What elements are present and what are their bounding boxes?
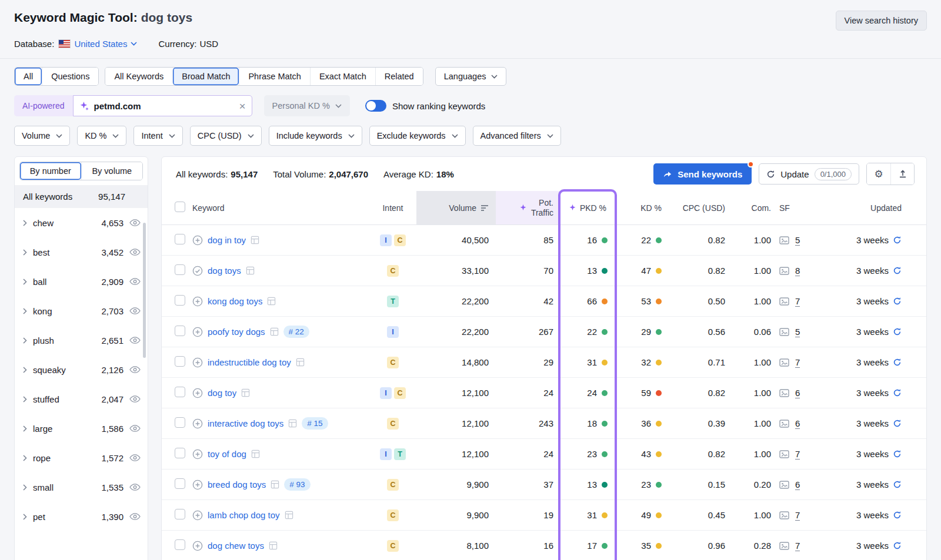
- update-button[interactable]: Update 0/1,000: [759, 163, 859, 185]
- eye-icon[interactable]: [129, 366, 141, 373]
- add-keyword-icon[interactable]: [192, 449, 203, 460]
- keyword-link[interactable]: lamb chop dog toy: [208, 510, 280, 520]
- database-dropdown[interactable]: United States: [74, 39, 137, 49]
- row-checkbox[interactable]: [175, 448, 185, 458]
- chevron-right-icon[interactable]: [23, 279, 27, 285]
- sf-value[interactable]: 6: [795, 418, 800, 429]
- add-keyword-icon[interactable]: [192, 388, 203, 398]
- sf-value[interactable]: 7: [795, 541, 800, 551]
- chevron-right-icon[interactable]: [23, 337, 27, 344]
- sidebar-group-row[interactable]: chew 4,653: [15, 208, 148, 237]
- serp-snapshot-icon[interactable]: [779, 389, 789, 397]
- row-checkbox[interactable]: [175, 234, 185, 244]
- sidebar-group-row[interactable]: rope 1,572: [15, 443, 148, 472]
- row-checkbox[interactable]: [175, 264, 185, 275]
- cpc-filter[interactable]: CPC (USD): [190, 126, 262, 146]
- refresh-icon[interactable]: [893, 541, 902, 550]
- sidebar-all-keywords[interactable]: All keywords 95,147: [15, 185, 148, 208]
- tab-questions[interactable]: Questions: [42, 68, 98, 85]
- show-ranking-keywords-toggle[interactable]: [365, 100, 386, 112]
- serp-layout-icon[interactable]: [271, 480, 279, 489]
- serp-layout-icon[interactable]: [251, 450, 260, 458]
- serp-snapshot-icon[interactable]: [779, 267, 789, 275]
- refresh-icon[interactable]: [893, 297, 902, 306]
- intent-filter[interactable]: Intent: [134, 126, 182, 146]
- send-keywords-button[interactable]: Send keywords: [653, 163, 752, 185]
- refresh-icon[interactable]: [893, 511, 902, 519]
- sidebar-group-row[interactable]: plush 2,651: [15, 326, 148, 355]
- settings-button[interactable]: ⚙: [867, 163, 890, 185]
- serp-snapshot-icon[interactable]: [779, 297, 789, 306]
- sidebar-group-row[interactable]: stuffed 2,047: [15, 384, 148, 414]
- serp-snapshot-icon[interactable]: [779, 542, 789, 550]
- exclude-keywords-filter[interactable]: Exclude keywords: [369, 126, 466, 146]
- chevron-right-icon[interactable]: [23, 220, 27, 226]
- serp-layout-icon[interactable]: [269, 541, 278, 550]
- select-all-checkbox[interactable]: [175, 202, 185, 212]
- sf-value[interactable]: 7: [795, 510, 800, 521]
- refresh-icon[interactable]: [893, 388, 902, 397]
- row-checkbox[interactable]: [175, 417, 185, 428]
- row-checkbox[interactable]: [175, 509, 185, 519]
- serp-layout-icon[interactable]: [246, 266, 255, 275]
- serp-layout-icon[interactable]: [267, 297, 276, 306]
- updated-column-header[interactable]: Updated: [824, 203, 912, 213]
- volume-column-header[interactable]: Volume: [416, 191, 496, 224]
- sidebar-group-row[interactable]: best 3,452: [15, 237, 148, 267]
- serp-snapshot-icon[interactable]: [779, 358, 789, 367]
- keyword-link[interactable]: poofy toy dogs: [208, 327, 265, 337]
- serp-snapshot-icon[interactable]: [779, 450, 789, 458]
- refresh-icon[interactable]: [893, 236, 902, 244]
- keyword-link[interactable]: dog toys: [208, 266, 241, 276]
- ai-domain-input[interactable]: [94, 101, 235, 111]
- sidebar-group-row[interactable]: small 1,535: [15, 472, 148, 502]
- row-checkbox[interactable]: [175, 387, 185, 397]
- sidebar-group-row[interactable]: pet 1,390: [15, 502, 148, 531]
- keyword-link[interactable]: breed dog toys: [208, 479, 266, 489]
- chevron-right-icon[interactable]: [23, 425, 27, 432]
- sf-value[interactable]: 8: [795, 266, 800, 276]
- tab-broad-match[interactable]: Broad Match: [172, 68, 239, 85]
- advanced-filters[interactable]: Advanced filters: [473, 126, 561, 146]
- serp-layout-icon[interactable]: [285, 511, 293, 519]
- intent-column-header[interactable]: Intent: [369, 203, 416, 213]
- clear-input-icon[interactable]: ×: [239, 100, 245, 112]
- tab-phrase-match[interactable]: Phrase Match: [239, 68, 309, 85]
- serp-layout-icon[interactable]: [251, 236, 259, 244]
- sf-value[interactable]: 7: [795, 357, 800, 368]
- kd-column-header[interactable]: KD %: [615, 203, 669, 213]
- sf-value[interactable]: 7: [795, 296, 800, 307]
- serp-layout-icon[interactable]: [288, 419, 297, 428]
- refresh-icon[interactable]: [893, 450, 902, 458]
- eye-icon[interactable]: [129, 249, 141, 256]
- volume-filter[interactable]: Volume: [14, 126, 70, 146]
- add-keyword-icon[interactable]: [192, 418, 203, 429]
- languages-dropdown[interactable]: Languages: [435, 67, 507, 86]
- serp-layout-icon[interactable]: [241, 388, 250, 397]
- chevron-right-icon[interactable]: [23, 308, 27, 314]
- tab-exact-match[interactable]: Exact Match: [310, 68, 375, 85]
- add-keyword-icon[interactable]: [192, 235, 203, 246]
- com-column-header[interactable]: Com.: [732, 203, 778, 213]
- refresh-icon[interactable]: [893, 358, 902, 367]
- chevron-right-icon[interactable]: [23, 514, 27, 520]
- add-keyword-icon[interactable]: [192, 327, 203, 337]
- sidebar-group-row[interactable]: large 1,586: [15, 414, 148, 443]
- row-checkbox[interactable]: [175, 478, 185, 489]
- keyword-link[interactable]: interactive dog toys: [208, 418, 283, 428]
- pot-traffic-column-header[interactable]: Pot.Traffic: [496, 191, 560, 224]
- eye-icon[interactable]: [129, 395, 141, 403]
- add-keyword-icon[interactable]: [192, 357, 203, 368]
- pkd-column-header[interactable]: PKD %: [560, 203, 615, 213]
- add-keyword-icon[interactable]: [192, 479, 203, 490]
- serp-snapshot-icon[interactable]: [779, 420, 789, 428]
- sf-value[interactable]: 6: [795, 388, 800, 398]
- export-button[interactable]: [890, 163, 914, 185]
- refresh-icon[interactable]: [893, 419, 902, 428]
- eye-icon[interactable]: [129, 278, 141, 285]
- sidebar-group-row[interactable]: kong 2,703: [15, 296, 148, 326]
- eye-icon[interactable]: [129, 513, 141, 520]
- row-checkbox[interactable]: [175, 356, 185, 367]
- keyword-link[interactable]: indestructible dog toy: [208, 357, 291, 367]
- eye-icon[interactable]: [129, 219, 141, 226]
